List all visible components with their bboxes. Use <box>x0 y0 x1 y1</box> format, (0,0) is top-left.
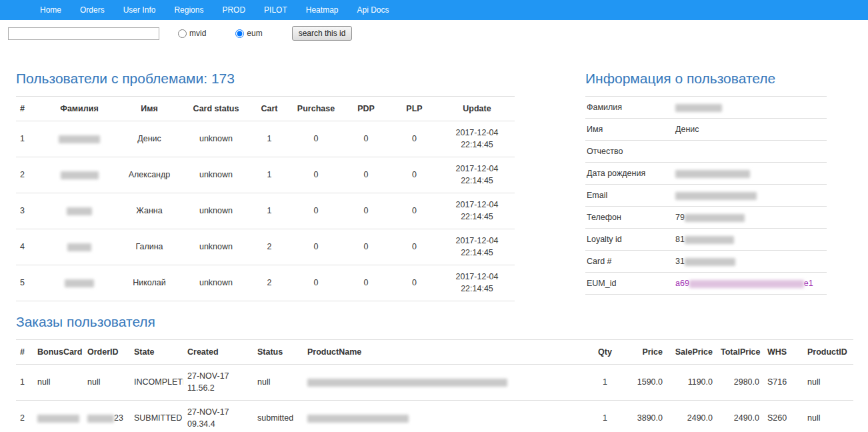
cell-order-id: 23 <box>83 401 130 432</box>
cell-name: Александр <box>116 157 183 193</box>
col-header-total-price: TotalPrice <box>717 340 763 365</box>
info-row-email: Email <box>585 185 827 207</box>
cell-update: 2017-12-04 22:14:45 <box>439 193 515 229</box>
cell-price: 3890.0 <box>620 401 667 432</box>
col-header-product-name: ProductName <box>303 340 590 365</box>
info-row-surname: Фамилия <box>585 97 827 119</box>
table-row: 1 Денис unknown 1 0 0 0 2017-12-04 22:14… <box>16 121 515 157</box>
col-header-cart: Cart <box>249 97 289 121</box>
info-value <box>675 103 825 112</box>
cell-num: 3 <box>16 193 43 229</box>
redacted-value <box>685 214 745 222</box>
cell-sale-price: 2490.0 <box>667 401 717 432</box>
cell-num: 2 <box>16 401 33 432</box>
cell-name: Жанна <box>116 193 183 229</box>
nav-item-user-info[interactable]: User Info <box>114 0 165 20</box>
cell-update: 2017-12-04 22:14:45 <box>439 265 515 301</box>
col-header-product-id: ProductID <box>803 340 853 365</box>
cell-name: Денис <box>116 121 183 157</box>
cell-purchase: 0 <box>289 265 343 301</box>
cell-state: INCOMPLETE <box>130 365 183 401</box>
cell-num: 4 <box>16 229 43 265</box>
cell-num: 1 <box>16 365 33 401</box>
eum-radio[interactable] <box>235 29 244 38</box>
nav-item-home[interactable]: Home <box>31 0 71 20</box>
mvid-radio[interactable] <box>178 29 187 38</box>
nav-item-prod[interactable]: PROD <box>213 0 255 20</box>
redacted-surname <box>65 279 94 287</box>
cell-surname <box>43 193 116 229</box>
cell-whs: S716 <box>763 365 803 401</box>
user-info-title: Информация о пользователе <box>585 70 827 87</box>
page: Home Orders User Info Regions PROD PILOT… <box>0 0 868 432</box>
nav-item-pilot[interactable]: PILOT <box>255 0 297 20</box>
cell-surname <box>43 229 116 265</box>
table-row: 2 23 SUBMITTED 27-NOV-17 09.34.4 submitt… <box>16 401 853 432</box>
nav-item-regions[interactable]: Regions <box>165 0 213 20</box>
info-row-loyalty-id: Loyalty id 81 <box>585 229 827 251</box>
cell-num: 1 <box>16 121 43 157</box>
redacted-surname <box>61 171 99 179</box>
cell-product-id: null <box>803 365 853 401</box>
cell-pdp: 0 <box>343 193 389 229</box>
cell-product-id: null <box>803 401 853 432</box>
redacted-surname <box>59 135 100 143</box>
info-label: Дата рождения <box>587 169 675 178</box>
nav-item-api-docs[interactable]: Api Docs <box>347 0 398 20</box>
table-row: 3 Жанна unknown 1 0 0 0 2017-12-04 22:14… <box>16 193 515 229</box>
cell-card-status: unknown <box>183 121 249 157</box>
info-value <box>675 169 825 178</box>
cell-state: SUBMITTED <box>130 401 183 432</box>
cell-bonus-card <box>33 401 83 432</box>
redacted-product-name <box>307 415 409 423</box>
cell-surname <box>43 265 116 301</box>
cell-cart: 1 <box>249 193 289 229</box>
col-header-plp: PLP <box>389 97 439 121</box>
cell-product-name <box>303 401 590 432</box>
col-header-num: # <box>16 97 43 121</box>
info-label: Телефон <box>587 213 675 222</box>
cell-cart: 2 <box>249 265 289 301</box>
redacted-value <box>685 258 735 266</box>
radio-option-eum[interactable]: eum <box>235 29 262 38</box>
redacted-order-id <box>87 415 114 423</box>
nav-item-heatmap[interactable]: Heatmap <box>297 0 348 20</box>
info-row-birthdate: Дата рождения <box>585 163 827 185</box>
table-row: 2 Александр unknown 1 0 0 0 2017-12-04 2… <box>16 157 515 193</box>
search-button[interactable]: search this id <box>292 26 353 41</box>
cell-card-status: unknown <box>183 157 249 193</box>
info-label: Email <box>587 191 675 200</box>
info-row-firstname: Имя Денис <box>585 119 827 141</box>
cell-name: Галина <box>116 229 183 265</box>
cell-pdp: 0 <box>343 229 389 265</box>
cell-pdp: 0 <box>343 157 389 193</box>
orders-table: # BonusCard OrderID State Created Status… <box>16 339 853 432</box>
col-header-pdp: PDP <box>343 97 389 121</box>
cell-card-status: unknown <box>183 193 249 229</box>
col-header-name: Имя <box>116 97 183 121</box>
cell-purchase: 0 <box>289 193 343 229</box>
redacted-value <box>689 280 804 288</box>
redacted-value <box>675 104 722 112</box>
table-row: 1 null null INCOMPLETE 27-NOV-17 11.56.2… <box>16 365 853 401</box>
search-input[interactable] <box>8 27 159 40</box>
radio-option-mvid[interactable]: mvid <box>178 29 206 38</box>
orders-title: Заказы пользователя <box>16 313 853 330</box>
redacted-surname <box>67 243 91 251</box>
redacted-product-name <box>307 379 507 387</box>
table-row: 4 Галина unknown 2 0 0 0 2017-12-04 22:1… <box>16 229 515 265</box>
info-row-card-number: Card # 31 <box>585 251 827 273</box>
cell-purchase: 0 <box>289 121 343 157</box>
col-header-state: State <box>130 340 183 365</box>
eum-radio-label: eum <box>247 29 262 38</box>
cell-card-status: unknown <box>183 265 249 301</box>
cell-plp: 0 <box>389 265 439 301</box>
nav-item-orders[interactable]: Orders <box>71 0 114 20</box>
cell-plp: 0 <box>389 229 439 265</box>
user-info-section: Информация о пользователе Фамилия Имя Де… <box>585 70 827 301</box>
col-header-price: Price <box>620 340 667 365</box>
cell-product-name <box>303 365 590 401</box>
col-header-bonus-card: BonusCard <box>33 340 83 365</box>
info-label: Имя <box>587 125 675 134</box>
info-label: EUM_id <box>587 279 675 288</box>
